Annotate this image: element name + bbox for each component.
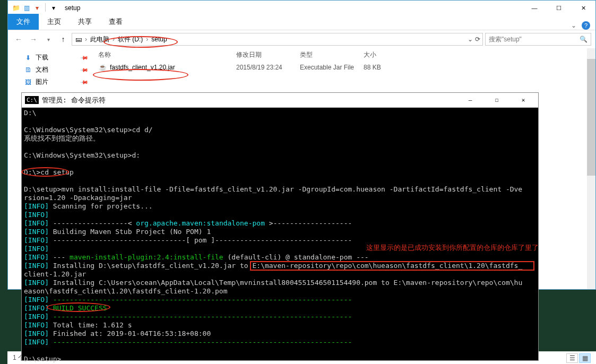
search-icon[interactable]: 🔍	[580, 36, 588, 43]
ribbon-expand-icon[interactable]: ⌄	[571, 22, 576, 29]
terminal-output[interactable]: D:\ C:\Windows\System32\setup>cd d/系统找不到…	[22, 108, 538, 364]
refresh-icon[interactable]: ⟳	[475, 36, 480, 43]
chevron-right-icon[interactable]: ›	[111, 36, 116, 43]
chevron-right-icon[interactable]: ›	[145, 36, 149, 43]
drive-icon: 🖴	[74, 35, 83, 44]
cmd-maximize-button[interactable]: ☐	[485, 93, 508, 108]
scrollbar-thumb[interactable]	[587, 59, 595, 176]
pin-icon[interactable]: 📌	[80, 77, 89, 86]
col-date[interactable]: 修改日期	[236, 50, 300, 59]
close-button[interactable]: ✕	[571, 1, 595, 15]
search-input[interactable]: 搜索"setup" 🔍	[485, 33, 591, 46]
sidebar-item-pictures[interactable]: 🖼图片📌	[8, 76, 93, 88]
recent-dropdown-icon[interactable]: ▾	[42, 33, 55, 46]
cmd-icon: C:\	[25, 96, 39, 104]
folder-icon: 📁	[11, 3, 21, 13]
view-large-icon[interactable]: ▦	[579, 353, 591, 363]
ribbon: 文件 主页 共享 查看 ⌄ ?	[8, 15, 595, 30]
ribbon-tab-view[interactable]: 查看	[100, 14, 131, 30]
cmd-close-button[interactable]: ✕	[512, 93, 535, 108]
file-row[interactable]: ☕fastdfs_client_v1.20.jar 2015/8/19 23:2…	[93, 62, 595, 73]
address-dropdown-icon[interactable]: ⌄	[468, 36, 473, 43]
up-button[interactable]: ↑	[57, 33, 70, 46]
address-bar-row: ← → ▾ ↑ 🖴 › 此电脑 › 软件 (D:) › setup ⌄ ⟳ 搜索…	[8, 30, 595, 48]
jar-icon: ☕	[98, 63, 107, 72]
qat-check-icon[interactable]: ▾	[32, 3, 42, 13]
column-headers[interactable]: 名称 修改日期 类型 大小	[93, 48, 595, 62]
breadcrumb[interactable]: 🖴 › 此电脑 › 软件 (D:) › setup ⌄ ⟳	[72, 33, 483, 46]
breadcrumb-item[interactable]: 此电脑	[89, 35, 110, 44]
qat-properties-icon[interactable]: ▥	[22, 3, 31, 13]
sidebar-item-downloads[interactable]: ⬇下载📌	[8, 51, 93, 64]
document-icon: 🖺	[24, 66, 32, 74]
titlebar[interactable]: 📁 ▥ ▾ ▾ setup — ☐ ✕	[8, 1, 595, 15]
download-icon: ⬇	[24, 54, 32, 62]
cmd-titlebar[interactable]: C:\ 管理员: 命令提示符 — ☐ ✕	[22, 93, 538, 108]
minimize-button[interactable]: —	[522, 1, 547, 15]
file-tab[interactable]: 文件	[8, 14, 39, 30]
scrollbar[interactable]	[587, 48, 595, 289]
sidebar-item-documents[interactable]: 🖺文档📌	[8, 64, 93, 76]
ribbon-tab-home[interactable]: 主页	[39, 14, 70, 30]
qat-dropdown-icon[interactable]: ▾	[49, 3, 58, 13]
breadcrumb-item[interactable]: setup	[150, 36, 168, 43]
pin-icon[interactable]: 📌	[80, 53, 89, 62]
file-date: 2015/8/19 23:24	[236, 64, 300, 71]
col-type[interactable]: 类型	[300, 50, 364, 59]
ribbon-tab-share[interactable]: 共享	[70, 14, 100, 30]
file-name: fastdfs_client_v1.20.jar	[110, 64, 175, 71]
breadcrumb-item[interactable]: 软件 (D:)	[117, 35, 144, 44]
file-type: Executable Jar File	[300, 64, 364, 71]
pin-icon[interactable]: 📌	[80, 65, 89, 74]
chevron-right-icon[interactable]: ›	[84, 36, 88, 43]
search-placeholder: 搜索"setup"	[489, 35, 522, 44]
window-title: setup	[62, 4, 522, 12]
file-size: 88 KB	[364, 64, 406, 71]
back-button[interactable]: ←	[12, 33, 25, 46]
forward-button: →	[27, 33, 40, 46]
cmd-minimize-button[interactable]: —	[459, 93, 482, 108]
view-details-icon[interactable]: ☰	[566, 353, 578, 363]
command-prompt-window: C:\ 管理员: 命令提示符 — ☐ ✕ D:\ C:\Windows\Syst…	[21, 92, 539, 361]
col-name[interactable]: 名称	[98, 50, 236, 59]
col-size[interactable]: 大小	[364, 50, 406, 59]
picture-icon: 🖼	[24, 78, 32, 86]
help-icon[interactable]: ?	[582, 21, 590, 30]
maximize-button[interactable]: ☐	[547, 1, 571, 15]
cmd-title-text: 管理员: 命令提示符	[42, 96, 455, 105]
